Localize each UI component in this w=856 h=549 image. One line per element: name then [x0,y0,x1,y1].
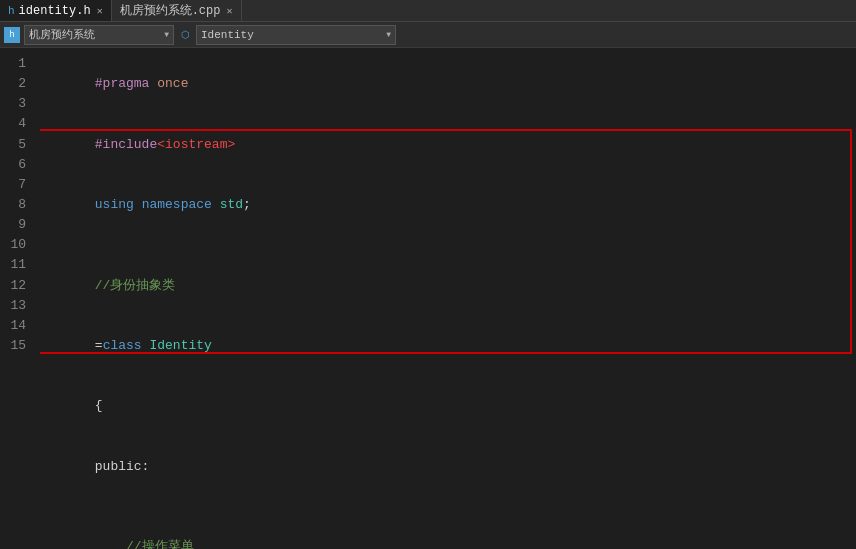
tab-identity-h-close[interactable]: ✕ [97,5,103,17]
public-label: public: [95,459,150,474]
line-num-4: 4 [0,114,32,134]
tab-machine-cpp-close[interactable]: ✕ [226,5,232,17]
include-file: <iostream> [157,137,235,152]
code-line-5: //身份抽象类 [48,255,856,315]
code-line-9 [48,497,856,517]
line-num-5: 5 [0,135,32,155]
code-line-7: { [48,376,856,436]
code-line-6: =class Identity [48,316,856,376]
toolbar-file-icon: h [4,27,20,43]
namespace-keyword: namespace [142,197,220,212]
identity-scope-dropdown[interactable]: Identity ▼ [196,25,396,45]
pragma-keyword: #pragma [95,76,157,91]
line-num-8: 8 [0,195,32,215]
std-name: std [220,197,243,212]
line-numbers: 1 2 3 4 5 6 7 8 9 10 11 12 13 14 15 [0,48,40,549]
tab-machine-cpp-label: 机房预约系统.cpp [120,2,221,19]
file-scope-arrow-icon: ▼ [164,30,169,39]
file-scope-label: 机房预约系统 [29,27,95,42]
indent-10 [95,539,126,549]
identity-scope-arrow-icon: ▼ [386,30,391,39]
class-keyword: class [103,338,150,353]
pragma-once: once [157,76,188,91]
code-line-1: #pragma once [48,54,856,114]
line-num-7: 7 [0,175,32,195]
line-num-15: 15 [0,336,32,356]
line-num-12: 12 [0,276,32,296]
identity-scope-label: Identity [201,29,254,41]
tab-file-icon: h [8,5,15,17]
code-content[interactable]: #pragma once #include<iostream> using na… [40,48,856,549]
code-line-4 [48,235,856,255]
open-brace: { [95,398,103,413]
comment-menu: //操作菜单 [126,539,194,549]
line-num-9: 9 [0,215,32,235]
toolbar: h 机房预约系统 ▼ ⬡ Identity ▼ [0,22,856,48]
include-keyword: #include [95,137,157,152]
comment-abstract-class: //身份抽象类 [95,278,176,293]
line-num-2: 2 [0,74,32,94]
class-name: Identity [149,338,211,353]
semicolon-1: ; [243,197,251,212]
line-num-13: 13 [0,296,32,316]
code-line-2: #include<iostream> [48,114,856,174]
using-keyword: using [95,197,142,212]
scope-separator-icon: ⬡ [178,28,192,42]
line-num-11: 11 [0,255,32,275]
code-line-8: public: [48,437,856,497]
line-num-14: 14 [0,316,32,336]
tab-identity-h-label: identity.h [19,4,91,18]
equals-prefix: = [95,338,103,353]
file-scope-dropdown[interactable]: 机房预约系统 ▼ [24,25,174,45]
line-num-6: 6 [0,155,32,175]
line-num-1: 1 [0,54,32,74]
code-line-3: using namespace std; [48,175,856,235]
code-line-10: //操作菜单 [48,517,856,549]
title-bar: h identity.h ✕ 机房预约系统.cpp ✕ [0,0,856,22]
line-num-10: 10 [0,235,32,255]
tab-machine-cpp[interactable]: 机房预约系统.cpp ✕ [112,0,242,21]
line-num-3: 3 [0,94,32,114]
tab-identity-h[interactable]: h identity.h ✕ [0,0,112,21]
code-editor: 1 2 3 4 5 6 7 8 9 10 11 12 13 14 15 #pra… [0,48,856,549]
